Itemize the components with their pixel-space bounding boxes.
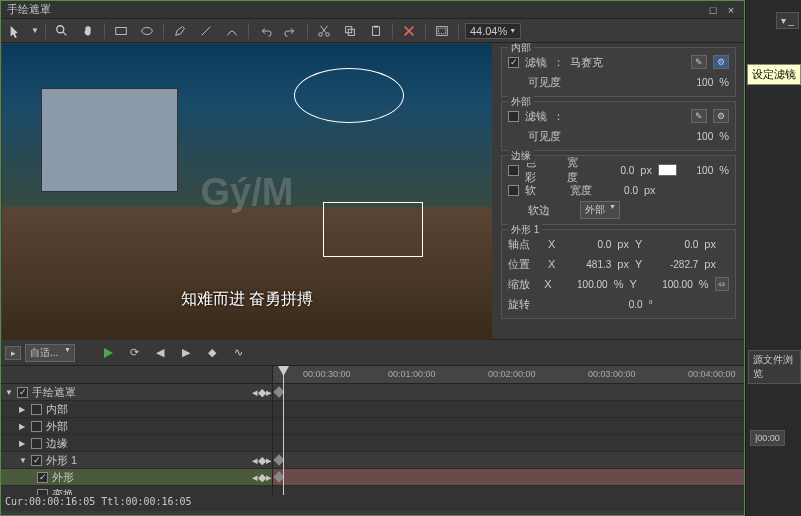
- mask-editor-panel: 手绘遮罩 □ × ▼ 44.04%▼: [0, 0, 745, 516]
- redo-button[interactable]: [281, 22, 301, 40]
- window-title: 手绘遮罩: [7, 2, 51, 17]
- play-button[interactable]: [97, 344, 119, 362]
- rotation-input[interactable]: [593, 299, 643, 310]
- svg-rect-9: [372, 26, 379, 35]
- safe-area-button[interactable]: [432, 22, 452, 40]
- undo-button[interactable]: [255, 22, 275, 40]
- close-button[interactable]: ×: [724, 4, 738, 16]
- track-transform[interactable]: 变换: [1, 486, 272, 495]
- track-root[interactable]: ▼手绘遮罩◂◆▸: [1, 384, 272, 401]
- inner-filter-checkbox[interactable]: [508, 57, 519, 68]
- edge-group: 边缘 色彩 宽度 px % 软 宽度: [501, 155, 736, 225]
- track-inner[interactable]: ▶内部: [1, 401, 272, 418]
- titlebar: 手绘遮罩 □ ×: [1, 1, 744, 19]
- pos-x-input[interactable]: [561, 259, 611, 270]
- source-browser-tab[interactable]: 源文件浏览: [748, 350, 801, 384]
- pos-y-input[interactable]: [648, 259, 698, 270]
- expand-button[interactable]: ▸: [5, 346, 21, 360]
- track-edge[interactable]: ▶边缘: [1, 435, 272, 452]
- pointer-tool[interactable]: [5, 22, 25, 40]
- pen-tool[interactable]: [170, 22, 190, 40]
- track-lanes[interactable]: 00:00:30:00 00:01:00:00 00:02:00:00 00:0…: [273, 366, 744, 495]
- copy-button[interactable]: [340, 22, 360, 40]
- video-caption: 知难而进 奋勇拼搏: [2, 289, 492, 310]
- outer-filter-edit-button[interactable]: ✎: [691, 109, 707, 123]
- svg-point-3: [142, 27, 153, 34]
- playhead[interactable]: [283, 366, 284, 495]
- scale-y-input[interactable]: [643, 279, 693, 290]
- zoom-level[interactable]: 44.04%▼: [465, 23, 521, 39]
- delete-button[interactable]: [399, 22, 419, 40]
- timeline: ▸ 自适... ⟳ ◀ ▶ ◆ ∿ ▼手绘遮罩◂◆▸ ▶内部 ▶外部 ▶边缘 ▼…: [1, 339, 744, 511]
- mask-ellipse-handle[interactable]: [294, 68, 404, 123]
- outer-filter-checkbox[interactable]: [508, 111, 519, 122]
- fit-dropdown[interactable]: 自适...: [25, 344, 75, 362]
- svg-point-5: [319, 32, 323, 36]
- time-ruler[interactable]: 00:00:30:00 00:01:00:00 00:02:00:00 00:0…: [273, 366, 744, 384]
- softedge-dropdown[interactable]: 外部: [580, 201, 620, 219]
- properties-panel: 内部 滤镜 ： 马赛克 ✎ ⚙ 可见度 %: [493, 43, 744, 339]
- edge-color-swatch[interactable]: [658, 164, 677, 176]
- outer-filter-settings-button[interactable]: ⚙: [713, 109, 729, 123]
- outer-group: 外部 滤镜 ： ✎ ⚙ 可见度 %: [501, 101, 736, 151]
- maximize-button[interactable]: □: [706, 4, 720, 16]
- tooltip: 设定滤镜: [747, 64, 801, 85]
- preview-viewport[interactable]: Gý/M 知难而进 奋勇拼搏: [2, 44, 492, 340]
- inner-filter-value: 马赛克: [570, 55, 603, 70]
- prev-key-button[interactable]: ◀: [149, 344, 171, 362]
- cut-button[interactable]: [314, 22, 334, 40]
- svg-rect-2: [116, 27, 127, 34]
- graph-button[interactable]: ∿: [227, 344, 249, 362]
- edge-width1-input[interactable]: [594, 165, 634, 176]
- track-headers: ▼手绘遮罩◂◆▸ ▶内部 ▶外部 ▶边缘 ▼外形 1◂◆▸ 外形◂◆▸ 变换: [1, 366, 273, 495]
- line-tool[interactable]: [196, 22, 216, 40]
- svg-point-6: [326, 32, 330, 36]
- rectangle-tool[interactable]: [111, 22, 131, 40]
- inner-filter-settings-button[interactable]: ⚙: [713, 55, 729, 69]
- edge-soft-checkbox[interactable]: [508, 185, 519, 196]
- inner-filter-edit-button[interactable]: ✎: [691, 55, 707, 69]
- mask-rect-handle[interactable]: [323, 202, 423, 257]
- loop-button[interactable]: ⟳: [123, 344, 145, 362]
- edge-width2-input[interactable]: [598, 185, 638, 196]
- outer-visibility-input[interactable]: [663, 131, 713, 142]
- watermark: Gý/M: [201, 171, 294, 214]
- hand-tool[interactable]: [78, 22, 98, 40]
- scale-link-button[interactable]: ⬄: [715, 277, 729, 291]
- edge-color-checkbox[interactable]: [508, 165, 519, 176]
- dock-minimize-icon[interactable]: ▾ _: [776, 12, 799, 29]
- svg-point-0: [57, 25, 64, 32]
- side-time: |00:00: [750, 430, 785, 446]
- svg-line-4: [202, 26, 211, 35]
- zoom-tool[interactable]: [52, 22, 72, 40]
- inner-visibility-input[interactable]: [663, 77, 713, 88]
- svg-rect-12: [438, 28, 445, 33]
- track-shape[interactable]: 外形◂◆▸: [1, 469, 272, 486]
- toolbar: ▼ 44.04%▼: [1, 19, 744, 43]
- scale-x-input[interactable]: [558, 279, 608, 290]
- svg-line-1: [63, 31, 67, 35]
- paste-button[interactable]: [366, 22, 386, 40]
- curve-tool[interactable]: [222, 22, 242, 40]
- next-key-button[interactable]: ▶: [175, 344, 197, 362]
- ellipse-tool[interactable]: [137, 22, 157, 40]
- inner-group: 内部 滤镜 ： 马赛克 ✎ ⚙ 可见度 %: [501, 47, 736, 97]
- edge-pct-input[interactable]: [683, 165, 713, 176]
- status-bar: Cur:00:00:16:05 Ttl:00:00:16:05: [1, 495, 744, 511]
- anchor-y-input[interactable]: [648, 239, 698, 250]
- svg-rect-10: [374, 25, 378, 27]
- anchor-x-input[interactable]: [561, 239, 611, 250]
- shape-group: 外形 1 轴点 X px Y px 位置 X px Y p: [501, 229, 736, 319]
- dropdown-arrow-icon[interactable]: ▼: [31, 26, 39, 35]
- track-shape1[interactable]: ▼外形 1◂◆▸: [1, 452, 272, 469]
- track-outer[interactable]: ▶外部: [1, 418, 272, 435]
- add-key-button[interactable]: ◆: [201, 344, 223, 362]
